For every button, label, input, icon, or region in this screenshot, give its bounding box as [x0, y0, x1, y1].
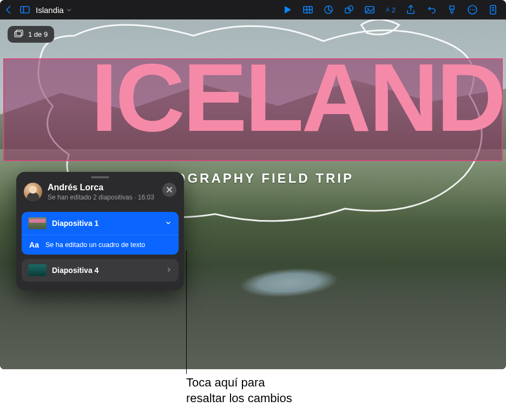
undo-icon[interactable]: [426, 4, 437, 15]
activity-item-label: Diapositiva 1: [52, 219, 98, 228]
slide-canvas[interactable]: ICELAND GEOGRAPHY FIELD TRIP 1 de 9 Andr…: [0, 19, 506, 369]
activity-item-slide-1[interactable]: Diapositiva 1 Aa Se ha editado un cuadro…: [22, 212, 179, 255]
text-edit-icon: Aa: [28, 241, 40, 249]
svg-rect-17: [490, 5, 496, 14]
table-icon[interactable]: [303, 4, 313, 15]
collaborator-count: 2: [392, 6, 396, 14]
slides-icon: [14, 30, 24, 39]
activity-change-row[interactable]: Aa Se ha editado un cuadro de texto: [22, 235, 179, 255]
chevron-down-icon: [66, 5, 72, 15]
drag-handle[interactable]: [91, 176, 109, 178]
activity-item-slide-4[interactable]: Diapositiva 4: [22, 259, 179, 282]
toolbar: Islandia 2: [0, 0, 506, 19]
slide-counter-pill[interactable]: 1 de 9: [8, 26, 54, 43]
activity-item-header[interactable]: Diapositiva 4: [22, 259, 179, 282]
share-icon[interactable]: [405, 4, 416, 15]
document-title-text: Islandia: [36, 5, 64, 15]
callout-text: Toca aquí para resaltar los cambios: [186, 375, 292, 406]
sidebar-toggle-icon[interactable]: [19, 4, 30, 15]
chart-icon[interactable]: [323, 4, 334, 15]
svg-rect-22: [16, 30, 23, 36]
play-icon[interactable]: [282, 4, 293, 15]
svg-point-11: [367, 8, 369, 10]
svg-rect-0: [21, 6, 29, 13]
more-icon[interactable]: [467, 4, 478, 15]
slide-thumbnail: [28, 264, 47, 276]
svg-point-16: [474, 9, 475, 10]
close-button[interactable]: [162, 183, 176, 197]
media-icon[interactable]: [364, 4, 375, 15]
back-icon[interactable]: [3, 4, 14, 15]
activity-change-text: Se ha editado un cuadro de texto: [45, 241, 145, 249]
activity-popover: Andrés Lorca Se han editado 2 diapositiv…: [16, 172, 184, 290]
slide-thumbnail: [28, 217, 47, 229]
svg-point-12: [387, 8, 389, 10]
svg-point-14: [470, 9, 471, 10]
shape-icon[interactable]: [344, 4, 354, 15]
slide-counter-text: 1 de 9: [28, 30, 48, 38]
svg-point-15: [472, 9, 473, 10]
svg-rect-21: [15, 32, 21, 37]
svg-marker-2: [285, 6, 291, 14]
chevron-right-icon: [166, 266, 172, 275]
chevron-down-icon: [165, 219, 172, 228]
avatar: [24, 183, 42, 201]
collaboration-button[interactable]: 2: [385, 4, 396, 15]
collaborator-name: Andrés Lorca: [48, 183, 157, 192]
document-title[interactable]: Islandia: [36, 5, 72, 15]
activity-item-label: Diapositiva 4: [52, 266, 98, 275]
activity-item-header[interactable]: Diapositiva 1: [22, 212, 179, 235]
format-brush-icon[interactable]: [446, 4, 457, 15]
document-settings-icon[interactable]: [488, 4, 498, 15]
slide-title[interactable]: ICELAND: [0, 50, 506, 146]
activity-summary: Se han editado 2 diapositivas · 16:03: [48, 194, 157, 201]
callout-leader-line: [186, 251, 187, 374]
